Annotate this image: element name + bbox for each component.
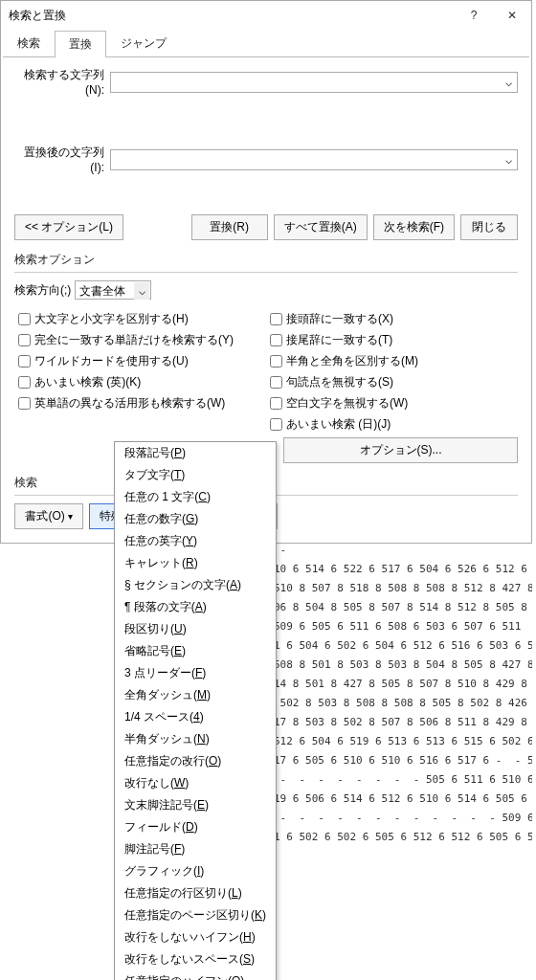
help-icon: ? <box>471 9 478 22</box>
find-input[interactable]: ⌵ <box>110 72 518 93</box>
ck-match-case[interactable]: 大文字と小文字を区別する(H) <box>14 310 266 328</box>
find-label: 検索する文字列(N): <box>14 67 110 97</box>
chevron-down-icon[interactable]: ⌵ <box>500 73 517 92</box>
replace-all-button[interactable]: すべて置換(A) <box>274 214 368 240</box>
close-button[interactable]: ✕ <box>493 1 531 30</box>
options-toggle-button[interactable]: << オプション(L) <box>14 214 123 240</box>
tab-replace[interactable]: 置換 <box>55 31 106 57</box>
close-dialog-button[interactable]: 閉じる <box>460 214 518 240</box>
ck-whitespace[interactable]: 空白文字を無視する(W) <box>266 394 518 412</box>
ck-width[interactable]: 半角と全角を区別する(M) <box>266 352 518 370</box>
ck-suffix[interactable]: 接尾辞に一致する(T) <box>266 331 518 349</box>
menu-item[interactable]: 段落記号(P) <box>115 442 276 464</box>
dialog-title: 検索と置換 <box>9 8 455 24</box>
replace-label: 置換後の文字列(I): <box>14 145 110 174</box>
menu-item[interactable]: 任意の英字(Y) <box>115 530 276 544</box>
replace-button[interactable]: 置換(R) <box>191 214 268 240</box>
ck-wildcards[interactable]: ワイルドカードを使用する(U) <box>14 352 266 370</box>
search-options-label: 検索オプション <box>14 252 518 268</box>
menu-item[interactable]: タブ文字(T) <box>115 464 276 486</box>
tab-jump[interactable]: ジャンプ <box>106 30 181 56</box>
menu-item[interactable]: 任意の 1 文字(C) <box>115 486 276 508</box>
options-right: 接頭辞に一致する(X) 接尾辞に一致する(T) 半角と全角を区別する(M) 句読… <box>266 307 518 463</box>
special-char-menu: 段落記号(P)タブ文字(T)任意の 1 文字(C)任意の数字(G)任意の英字(Y… <box>114 441 277 544</box>
direction-value: 文書全体 <box>76 281 129 301</box>
ck-sounds-like-jp[interactable]: あいまい検索 (日)(J) <box>266 415 518 434</box>
options-left: 大文字と小文字を区別する(H) 完全に一致する単語だけを検索する(Y) ワイルド… <box>14 307 266 463</box>
close-icon: ✕ <box>507 9 517 22</box>
menu-item[interactable]: 任意の数字(G) <box>115 508 276 530</box>
format-button[interactable]: 書式(O) <box>14 503 83 529</box>
ck-sounds-like-en[interactable]: あいまい検索 (英)(K) <box>14 373 266 391</box>
ck-punct[interactable]: 句読点を無視する(S) <box>266 373 518 391</box>
ck-prefix[interactable]: 接頭辞に一致する(X) <box>266 310 518 328</box>
titlebar: 検索と置換 ? ✕ <box>1 1 531 30</box>
chevron-down-icon[interactable]: ⌵ <box>134 282 149 300</box>
tab-find[interactable]: 検索 <box>3 30 55 56</box>
direction-select[interactable]: 文書全体 ⌵ <box>75 280 151 300</box>
chevron-down-icon[interactable]: ⌵ <box>500 150 517 169</box>
direction-label: 検索方向(;) <box>14 282 71 299</box>
ck-whole-word[interactable]: 完全に一致する単語だけを検索する(Y) <box>14 331 266 349</box>
help-button[interactable]: ? <box>455 1 493 30</box>
find-next-button[interactable]: 次を検索(F) <box>373 214 455 240</box>
tab-bar: 検索 置換 ジャンプ <box>3 30 529 57</box>
replace-input[interactable]: ⌵ <box>110 149 518 170</box>
jp-options-button[interactable]: オプション(S)... <box>283 437 518 463</box>
ck-word-forms[interactable]: 英単語の異なる活用形も検索する(W) <box>14 394 266 412</box>
